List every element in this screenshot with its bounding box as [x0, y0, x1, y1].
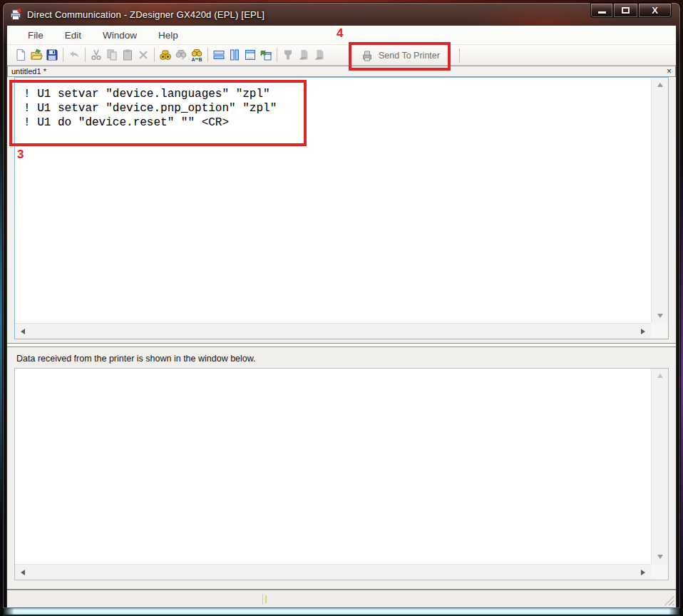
app-window: Direct Communication - ZDesigner GX420d … — [3, 3, 680, 616]
toolbar-separator — [63, 48, 63, 62]
window-controls: X — [590, 3, 672, 18]
maximize-button[interactable] — [613, 3, 638, 18]
split-horizontal-icon[interactable] — [211, 46, 227, 63]
cascade-window-icon[interactable] — [258, 46, 274, 63]
resize-grip-icon[interactable] — [664, 596, 674, 605]
statusbar-caret-mark — [265, 595, 267, 603]
command-editor-horizontal-scrollbar[interactable] — [15, 323, 651, 339]
close-button[interactable]: X — [638, 3, 672, 18]
minimize-button[interactable] — [590, 3, 613, 18]
annotation-number-4: 4 — [337, 26, 343, 41]
scroll-down-icon[interactable] — [657, 314, 663, 318]
scrollbar-corner — [651, 323, 668, 339]
save-icon[interactable] — [44, 46, 60, 63]
client-gap — [7, 580, 676, 589]
split-vertical-icon[interactable] — [227, 46, 242, 63]
received-data-horizontal-scrollbar[interactable] — [15, 564, 651, 580]
send-to-printer-icon — [361, 49, 374, 62]
window-title: Direct Communication - ZDesigner GX420d … — [27, 9, 265, 20]
menu-edit[interactable]: Edit — [54, 27, 92, 43]
toolbar: AB — [7, 44, 676, 66]
printer-app-icon — [10, 9, 21, 20]
replace-icon[interactable]: AB — [189, 46, 205, 63]
close-icon: X — [652, 5, 658, 16]
svg-text:A: A — [192, 57, 195, 62]
title-bar[interactable]: Direct Communication - ZDesigner GX420d … — [3, 3, 680, 26]
tab-close-icon[interactable]: × — [667, 67, 672, 76]
scroll-left-icon[interactable] — [21, 329, 25, 334]
window-bottom-edge — [3, 607, 680, 616]
menu-file[interactable]: File — [17, 27, 54, 43]
find-icon[interactable] — [158, 46, 173, 63]
code-line: ! U1 setvar "device.languages" "zpl" — [24, 87, 651, 101]
status-bar — [7, 591, 676, 607]
document-tab-bar: untitled1 * × — [7, 66, 676, 77]
toolbar-separator — [85, 48, 86, 62]
send-file-2-icon[interactable] — [312, 46, 327, 63]
panel-splitter[interactable] — [7, 339, 676, 349]
delete-icon[interactable] — [135, 46, 151, 63]
command-editor-text[interactable]: ! U1 setvar "device.languages" "zpl"! U1… — [15, 78, 651, 323]
code-line: ! U1 do "device.reset" "" <CR> — [24, 115, 651, 130]
receive-info-row: Data received from the printer is shown … — [7, 349, 676, 368]
menu-help[interactable]: Help — [148, 27, 189, 43]
receive-from-printer-icon[interactable] — [280, 46, 296, 63]
send-file-1-icon[interactable] — [296, 46, 312, 63]
menu-window[interactable]: Window — [92, 27, 148, 43]
code-line: ! U1 setvar "device.pnp_option" "zpl" — [24, 101, 651, 115]
received-data-vertical-scrollbar[interactable] — [651, 369, 668, 564]
receive-info-label: Data received from the printer is shown … — [16, 354, 256, 364]
copy-icon[interactable] — [104, 46, 120, 63]
annotation-number-3: 3 — [17, 148, 24, 162]
toolbar-separator — [154, 48, 155, 62]
received-data-panel — [14, 368, 669, 580]
send-to-printer-button[interactable]: Send To Printer — [354, 46, 447, 65]
toolbar-separator — [277, 48, 277, 62]
scroll-right-icon[interactable] — [641, 570, 645, 575]
scroll-left-icon[interactable] — [21, 570, 25, 575]
client-area: File Edit Window Help — [7, 26, 676, 607]
open-file-icon[interactable] — [29, 46, 44, 63]
command-editor-vertical-scrollbar[interactable] — [651, 78, 668, 323]
undo-icon[interactable] — [66, 46, 82, 63]
cut-icon[interactable] — [88, 46, 104, 63]
received-data-text[interactable] — [15, 369, 651, 564]
command-editor: ! U1 setvar "device.languages" "zpl"! U1… — [14, 77, 669, 339]
new-document-icon[interactable] — [13, 46, 29, 63]
paste-icon[interactable] — [120, 46, 135, 63]
send-to-printer-label: Send To Printer — [379, 51, 440, 61]
scroll-up-icon[interactable] — [657, 374, 663, 378]
view-window-icon[interactable] — [242, 46, 258, 63]
find-next-icon[interactable] — [173, 46, 189, 63]
statusbar-divider — [262, 594, 263, 605]
scroll-down-icon[interactable] — [657, 555, 663, 559]
document-tab-label[interactable]: untitled1 * — [11, 67, 46, 76]
maximize-icon — [622, 7, 630, 14]
svg-text:B: B — [199, 57, 202, 62]
minimize-icon — [598, 11, 606, 14]
scroll-right-icon[interactable] — [641, 329, 645, 334]
scroll-up-icon[interactable] — [657, 83, 663, 87]
scrollbar-corner — [651, 564, 668, 580]
toolbar-separator — [207, 48, 208, 62]
toolbar-separator — [459, 48, 460, 63]
